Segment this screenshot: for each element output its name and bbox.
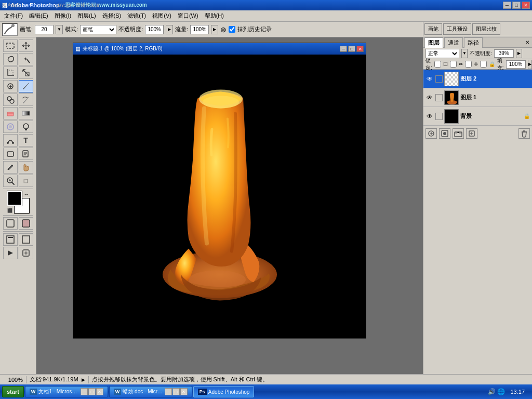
tool-heal[interactable]	[3, 80, 18, 92]
flow-input[interactable]	[190, 25, 209, 34]
screen-mode-std[interactable]	[3, 233, 18, 246]
minimize-button[interactable]: ─	[503, 2, 511, 9]
tool-magic-wand[interactable]	[19, 53, 33, 65]
start-button[interactable]: start	[2, 386, 24, 397]
layer-item-layer1[interactable]: 👁 图层 1	[423, 88, 532, 107]
canvas-area[interactable]	[73, 55, 366, 338]
layer-item-layer2[interactable]: 👁 图层 2	[423, 70, 532, 88]
menu-view[interactable]: 视图(V)	[149, 11, 175, 21]
tool-gradient[interactable]	[19, 107, 33, 119]
tool-eyedropper[interactable]	[3, 161, 18, 174]
tool-clone[interactable]	[3, 94, 18, 106]
lock-move-checkbox[interactable]	[465, 61, 472, 68]
tool-extra[interactable]: ⬚	[19, 175, 33, 187]
jump-to-app[interactable]	[3, 247, 18, 259]
menu-filter[interactable]: 滤镜(T)	[124, 11, 149, 21]
opacity-arrow[interactable]: ▶	[166, 25, 173, 34]
word1-min[interactable]: ─	[81, 388, 88, 395]
layer2-link[interactable]	[435, 75, 443, 83]
tool-history-brush[interactable]	[19, 94, 33, 106]
tool-notes[interactable]	[19, 148, 33, 160]
taskbar-item-word2[interactable]: W 蜡烛.doc - Microsoft ... ─ □ ✕	[109, 386, 192, 397]
layer-style-btn[interactable]	[425, 128, 437, 139]
taskbar-item-word1[interactable]: W 文档1 - Microsoft Word ─ □ ✕	[25, 386, 108, 397]
delete-layer-btn[interactable]	[518, 128, 530, 139]
menu-file[interactable]: 文件(F)	[1, 11, 26, 21]
panel-close-btn[interactable]: ✕	[524, 39, 531, 45]
tab-paths[interactable]: 路径	[464, 37, 483, 48]
foreground-color[interactable]	[7, 191, 22, 206]
fill-field[interactable]	[506, 60, 526, 69]
menu-help[interactable]: 帮助(H)	[202, 11, 227, 21]
tab-layers[interactable]: 图层	[424, 37, 443, 48]
brush-preview[interactable]	[2, 23, 18, 36]
tool-slice[interactable]	[19, 66, 33, 79]
menu-select[interactable]: 选择(S)	[99, 11, 125, 21]
tab-channels[interactable]: 通道	[444, 37, 463, 48]
word2-min[interactable]: ─	[165, 388, 172, 395]
status-arrow[interactable]: ▶	[82, 377, 85, 382]
word1-max[interactable]: □	[88, 388, 96, 395]
tool-shape[interactable]	[3, 148, 18, 160]
word1-close[interactable]: ✕	[96, 388, 103, 395]
lock-all-checkbox[interactable]	[480, 61, 487, 68]
layer-group-btn[interactable]	[453, 128, 464, 139]
screen-mode-full[interactable]	[19, 233, 33, 246]
tool-text[interactable]: T	[19, 134, 33, 147]
opacity-arrow[interactable]: ▶	[516, 49, 522, 58]
menu-layer[interactable]: 图层(L)	[74, 11, 99, 21]
word2-close[interactable]: ✕	[180, 388, 188, 395]
canvas-close[interactable]: ✕	[356, 46, 364, 52]
layer-compare-btn[interactable]: 图层比较	[472, 23, 500, 35]
tool-path[interactable]	[3, 134, 18, 147]
lock-paint-checkbox[interactable]	[450, 61, 457, 68]
tool-move[interactable]	[19, 39, 33, 52]
default-colors-icon[interactable]: ⬛	[7, 208, 12, 213]
bg-link[interactable]	[435, 113, 443, 120]
mode-select[interactable]: 画笔	[80, 25, 116, 34]
opacity-input[interactable]	[145, 25, 164, 34]
tool-brush[interactable]	[19, 80, 33, 92]
tool-preset-btn[interactable]: 工具预设	[443, 23, 471, 35]
blend-arrow[interactable]: ▼	[461, 49, 468, 58]
history-brush-checkbox[interactable]	[229, 26, 235, 33]
quick-mask-on[interactable]	[19, 217, 33, 230]
maximize-button[interactable]: □	[512, 2, 521, 9]
tool-zoom[interactable]	[3, 175, 18, 187]
flow-arrow[interactable]: ▶	[211, 25, 218, 34]
airbrush-icon[interactable]: ⊛	[220, 25, 227, 34]
tool-dodge[interactable]	[19, 121, 33, 133]
layer1-link[interactable]	[435, 94, 443, 101]
fill-arrow[interactable]: ▶	[528, 60, 532, 69]
close-button[interactable]: ✕	[522, 2, 530, 9]
edit-in-imageready[interactable]	[19, 247, 33, 259]
canvas-maximize[interactable]: □	[348, 46, 355, 52]
lock-transparent-checkbox[interactable]	[434, 61, 441, 68]
canvas-titlebar[interactable]: 🖼 未标题-1 @ 100% (图层 2, RGB/8) ─ □ ✕	[73, 43, 366, 55]
tool-eraser[interactable]	[3, 107, 18, 119]
taskbar-item-photoshop[interactable]: Ps Adobe Photoshop	[193, 386, 255, 397]
menu-window[interactable]: 窗口(W)	[175, 11, 202, 21]
bg-visibility-icon[interactable]: 👁	[425, 112, 434, 121]
title-controls[interactable]: ─ □ ✕	[503, 2, 530, 9]
opacity-field[interactable]	[494, 49, 514, 58]
new-layer-btn[interactable]	[466, 128, 477, 139]
tool-hand[interactable]	[19, 161, 33, 174]
canvas-minimize[interactable]: ─	[340, 46, 347, 52]
tool-blur[interactable]	[3, 121, 18, 133]
layer2-visibility-icon[interactable]: 👁	[425, 75, 434, 83]
word2-max[interactable]: □	[172, 388, 180, 395]
tool-marquee[interactable]	[3, 39, 18, 52]
tool-lasso[interactable]	[3, 53, 18, 65]
quick-mask-off[interactable]	[3, 217, 18, 230]
switch-colors-icon[interactable]: ↔	[24, 191, 29, 197]
layer-mask-btn[interactable]	[439, 128, 450, 139]
brush-preset-btn[interactable]: 画笔	[424, 23, 442, 35]
layer1-visibility-icon[interactable]: 👁	[425, 94, 434, 102]
menu-edit[interactable]: 编辑(E)	[26, 11, 51, 21]
layer-item-background[interactable]: 👁 背景 🔒	[423, 107, 532, 126]
brush-size-input[interactable]	[35, 25, 54, 34]
tool-crop[interactable]	[3, 66, 18, 79]
brush-size-arrow[interactable]: ▼	[56, 25, 63, 34]
menu-image[interactable]: 图像(I)	[51, 11, 74, 21]
